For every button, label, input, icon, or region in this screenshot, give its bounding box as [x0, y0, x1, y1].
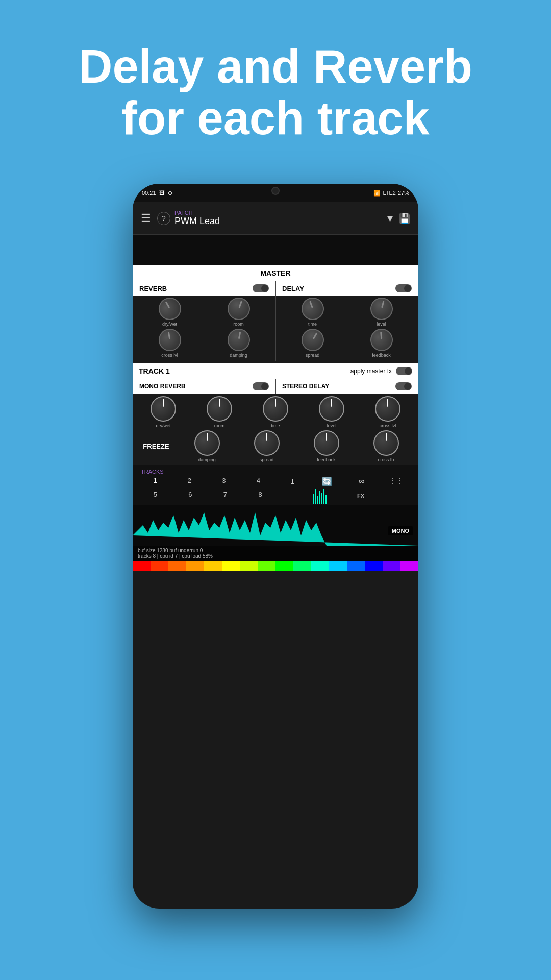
- mono-reverb-toggle[interactable]: [253, 382, 269, 390]
- help-button[interactable]: ?: [157, 212, 170, 225]
- track-num-3[interactable]: 3: [207, 475, 241, 488]
- knob-dry-wet-master[interactable]: dry/wet: [136, 298, 203, 327]
- wifi-icon: 📶: [373, 190, 381, 197]
- bottom-controls: TRACKS 1 2 3 4 🎚 🔄 ∞ ⋮⋮ 5 6 7 8: [133, 465, 418, 505]
- phone-device: 00:21 🖼 ⊖ 📶 LTE2 27% ☰ ? PATCH PWM Lead: [133, 184, 418, 909]
- loop-icon[interactable]: ∞: [344, 475, 379, 488]
- stereo-delay-header: STEREO DELAY: [276, 379, 418, 394]
- mono-badge: MONO: [388, 526, 413, 535]
- color-bars: [133, 561, 418, 571]
- track-num-2[interactable]: 2: [172, 475, 207, 488]
- track-num-1[interactable]: 1: [138, 475, 172, 488]
- status-time: 00:21: [142, 190, 156, 196]
- knob-room-track1[interactable]: room: [192, 396, 247, 428]
- menu-button[interactable]: ☰: [141, 212, 151, 225]
- track-num-7[interactable]: 7: [208, 488, 243, 504]
- track-num-4[interactable]: 4: [241, 475, 276, 488]
- track-numbers-row1: 1 2 3 4 🎚 🔄 ∞ ⋮⋮: [133, 475, 418, 488]
- delay-panel: DELAY time level spread: [276, 281, 418, 361]
- mono-reverb-label: MONO REVERB: [139, 383, 186, 390]
- knob-crossfb-track1[interactable]: cross fb: [357, 430, 415, 462]
- track1-fx-row: MONO REVERB STEREO DELAY: [133, 379, 418, 394]
- save-button[interactable]: 💾: [399, 213, 410, 224]
- track1-header: TRACK 1 apply master fx: [133, 363, 418, 379]
- knob-level-track1[interactable]: level: [304, 396, 359, 428]
- stereo-delay-toggle[interactable]: [395, 382, 412, 390]
- delay-toggle[interactable]: [395, 284, 412, 292]
- knob-damping-master[interactable]: damping: [205, 329, 272, 358]
- patch-label: PATCH: [174, 210, 387, 216]
- dropdown-button[interactable]: ▾: [387, 212, 393, 225]
- eq-viz: [313, 488, 343, 504]
- reverb-panel: REVERB dry/wet room cross lvl: [133, 281, 276, 361]
- knob-feedback-track1[interactable]: feedback: [297, 430, 356, 462]
- knob-room-master[interactable]: room: [205, 298, 272, 327]
- apply-master-fx-toggle[interactable]: [396, 367, 412, 375]
- knob-crosslvl-track1[interactable]: cross lvl: [360, 396, 415, 428]
- knob-time-track1[interactable]: time: [248, 396, 303, 428]
- status-line2: tracks 8 | cpu id 7 | cpu load 58%: [138, 553, 413, 559]
- master-section-header: MASTER: [133, 265, 418, 281]
- fx-btn[interactable]: FX: [343, 488, 379, 504]
- signal-label: LTE2: [383, 190, 395, 196]
- camera-notch: [271, 187, 280, 195]
- knob-damping-track1[interactable]: damping: [178, 430, 236, 462]
- status-line1: buf size 1280 buf underrun 0: [138, 548, 413, 553]
- reverb-toggle[interactable]: [253, 284, 269, 292]
- battery-label: 27%: [398, 190, 409, 196]
- knob-feedback-master[interactable]: feedback: [348, 329, 415, 358]
- circle-icon: ⊖: [168, 190, 172, 197]
- stereo-delay-label: STEREO DELAY: [282, 383, 329, 390]
- mono-reverb-panel: MONO REVERB: [133, 379, 276, 394]
- track1-knobs-bottom-row: FREEZE damping spread feedback cross fb: [133, 429, 418, 465]
- freeze-label: FREEZE: [136, 443, 177, 450]
- knob-crosslvl-master[interactable]: cross lvl: [136, 329, 203, 358]
- track-num-8[interactable]: 8: [243, 488, 278, 504]
- waveform-area: [133, 235, 418, 265]
- knob-spread-master[interactable]: spread: [279, 329, 346, 358]
- bottom-waveform: MONO: [133, 505, 418, 546]
- patch-title: PWM Lead: [174, 216, 387, 227]
- delay-header: DELAY: [276, 281, 418, 296]
- track-num-5[interactable]: 5: [138, 488, 173, 504]
- apply-master-fx-label: apply master fx: [350, 368, 392, 375]
- track-num-6[interactable]: 6: [173, 488, 208, 504]
- master-fx-row: REVERB dry/wet room cross lvl: [133, 281, 418, 361]
- delay-label: DELAY: [282, 285, 304, 292]
- knob-level-master[interactable]: level: [348, 298, 415, 327]
- track1-section: TRACK 1 apply master fx MONO REVERB STER…: [133, 363, 418, 465]
- grid-icon[interactable]: ⋮⋮: [379, 475, 414, 488]
- svg-marker-0: [133, 512, 418, 546]
- mono-reverb-header: MONO REVERB: [133, 379, 275, 394]
- track1-label: TRACK 1: [139, 367, 170, 375]
- refresh-icon[interactable]: 🔄: [310, 475, 345, 488]
- track-numbers-row2: 5 6 7 8 FX: [133, 488, 418, 504]
- status-bar: 00:21 🖼 ⊖ 📶 LTE2 27%: [133, 184, 418, 202]
- tune-icon[interactable]: 🎚: [276, 475, 310, 488]
- track1-knobs-top-row: dry/wet room time level cross lvl: [133, 394, 418, 429]
- knob-drywet-track1[interactable]: dry/wet: [136, 396, 191, 428]
- knob-time-master[interactable]: time: [279, 298, 346, 327]
- tracks-label: TRACKS: [133, 467, 418, 475]
- photo-icon: 🖼: [159, 190, 165, 196]
- hero-title: Delay and Reverb for each track: [0, 41, 551, 144]
- reverb-label: REVERB: [139, 285, 167, 292]
- status-strip: buf size 1280 buf underrun 0 tracks 8 | …: [133, 546, 418, 561]
- app-bar: ☰ ? PATCH PWM Lead ▾ 💾: [133, 202, 418, 235]
- knob-spread-track1[interactable]: spread: [237, 430, 296, 462]
- stereo-delay-panel: STEREO DELAY: [276, 379, 418, 394]
- reverb-header: REVERB: [133, 281, 275, 296]
